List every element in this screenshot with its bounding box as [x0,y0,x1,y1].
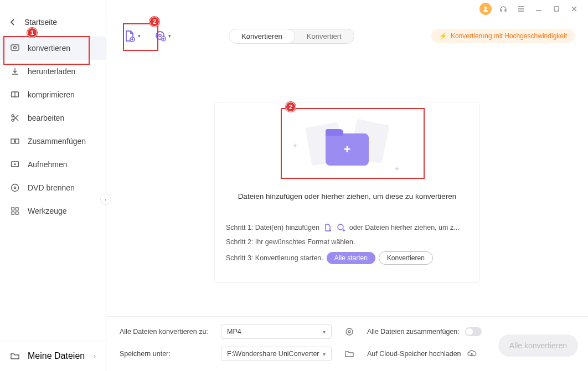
menu-icon[interactable] [515,3,527,15]
svg-rect-6 [16,139,19,143]
svg-rect-0 [11,45,19,50]
compress-icon [10,90,20,100]
start-all-button[interactable]: Alle starten [327,252,375,264]
step-2: Schritt 2: Ihr gewünschtes Format wählen… [226,238,468,246]
toolbar: ▾ ▾ Konvertieren Konvertiert ⚡ Konvertie… [106,18,588,52]
steps-list: Schritt 1: Datei(en) hinzufügen oder Dat… [215,215,479,282]
convert-all-to-label: Alle Dateien konvertieren zu: [120,328,216,336]
sidebar-item-compress[interactable]: komprimieren [0,83,106,106]
chevron-down-icon: ▾ [168,33,171,39]
my-files-label: Meine Dateien [28,351,85,361]
merge-files-label: Alle Dateien zusammenfügen: [367,328,460,336]
sidebar-title[interactable]: Startseite [24,18,57,27]
sidebar-item-convert[interactable]: konvertieren [0,37,106,60]
step-1-suffix: oder Dateien hierher ziehen, um z... [349,224,460,231]
lightning-icon: ⚡ [439,32,447,40]
sidebar-item-label: komprimieren [28,90,75,99]
svg-point-10 [14,187,16,188]
cloud-upload-icon[interactable] [467,349,477,359]
bottom-bar: Alle Dateien konvertieren zu: MP4 ▾ Alle… [106,316,588,371]
output-format-select[interactable]: MP4 ▾ [221,324,332,339]
save-path-value: F:\Wondershare UniConverter [227,350,319,358]
annotation-badge-2: 2 [149,17,159,27]
download-icon [10,66,20,76]
svg-rect-11 [12,208,14,210]
svg-point-3 [12,115,14,117]
tab-toggle: Konvertieren Konvertiert [229,29,354,44]
scissors-icon [10,113,20,123]
step-3: Schritt 3: Konvertierung starten. Alle s… [226,251,468,265]
svg-point-21 [338,224,343,230]
titlebar [106,0,588,18]
convert-all-button[interactable]: Alle konvertieren [498,334,578,357]
dropzone-text: Dateien hinzufügen oder hierher ziehen, … [238,192,457,200]
merge-icon [10,136,20,146]
file-plus-icon [123,29,136,43]
sidebar-item-label: bearbeiten [28,114,64,122]
sidebar-item-download[interactable]: herunterladen [0,60,106,83]
content-area: ✦ ✦ + Dateien hinzufügen oder hierher zi… [106,52,588,316]
chevron-right-icon: › [94,352,96,360]
maximize-button[interactable] [550,3,563,15]
svg-point-23 [348,331,350,333]
disc-plus-icon [336,223,346,233]
step-1-prefix: Schritt 1: Datei(en) hinzufügen [226,224,319,231]
step-1: Schritt 1: Datei(en) hinzufügen oder Dat… [226,223,468,233]
sidebar-item-dvd[interactable]: DVD brennen [0,176,106,199]
grid-icon [10,206,20,216]
minimize-button[interactable] [533,3,545,15]
convert-icon [10,43,20,53]
dropzone[interactable]: ✦ ✦ + Dateien hinzufügen oder hierher zi… [215,102,479,215]
svg-rect-5 [11,139,14,143]
close-button[interactable] [568,3,580,15]
settings-icon[interactable] [336,327,363,337]
folder-plus-icon: + [326,133,369,166]
sidebar-item-edit[interactable]: bearbeiten [0,106,106,130]
add-file-button[interactable]: ▾ [120,25,144,47]
avatar[interactable] [479,3,492,15]
dropzone-illustration: ✦ ✦ + [292,119,403,180]
output-format-value: MP4 [227,328,241,336]
save-under-label: Speichern unter: [120,350,216,358]
add-url-button[interactable]: ▾ [152,25,174,47]
sidebar-item-merge[interactable]: Zusammenfügen [0,130,106,153]
tab-convert[interactable]: Konvertieren [229,29,295,44]
convert-button[interactable]: Konvertieren [379,251,433,265]
sidebar-item-tools[interactable]: Werkzeuge [0,199,106,223]
disc-plus-icon [154,30,167,42]
headphones-icon[interactable] [497,3,509,15]
svg-rect-16 [554,7,559,11]
svg-point-15 [484,7,487,9]
record-icon [10,159,20,169]
dropzone-card: ✦ ✦ + Dateien hinzufügen oder hierher zi… [214,102,480,283]
svg-point-8 [14,163,16,165]
chevron-down-icon: ▾ [323,351,326,357]
sidebar-item-myfiles[interactable]: Meine Dateien › [0,341,106,371]
folder-open-icon [10,351,20,361]
svg-point-22 [346,328,353,335]
annotation-badge-3: 2 [286,102,296,112]
sidebar-item-label: Werkzeuge [28,207,67,215]
cloud-upload-label: Auf Cloud-Speicher hochladen [367,350,461,358]
svg-point-19 [159,34,161,37]
sidebar-item-label: konvertieren [28,44,70,53]
sidebar-item-label: Aufnehmen [28,160,68,169]
collapse-sidebar-button[interactable]: ‹ [100,194,111,205]
main-panel: ▾ ▾ Konvertieren Konvertiert ⚡ Konvertie… [106,0,588,371]
tab-converted[interactable]: Konvertiert [295,29,354,43]
back-button[interactable] [10,19,16,25]
sidebar-item-record[interactable]: Aufnehmen [0,153,106,176]
open-folder-button[interactable] [336,349,363,359]
sidebar: Startseite konvertieren herunterladen ko… [0,0,106,371]
merge-toggle[interactable] [465,327,482,336]
chevron-down-icon: ▾ [323,329,326,335]
highspeed-label: Konvertierung mit Hochgeschwindigkeit [451,32,567,40]
svg-rect-14 [16,212,19,215]
sidebar-item-label: herunterladen [28,67,75,76]
sidebar-item-label: Zusammenfügen [28,137,86,146]
save-path-select[interactable]: F:\Wondershare UniConverter ▾ [221,347,332,361]
svg-rect-13 [12,212,14,215]
annotation-badge-1: 1 [27,28,37,38]
highspeed-button[interactable]: ⚡ Konvertierung mit Hochgeschwindigkeit [431,29,575,43]
svg-point-1 [14,47,17,49]
